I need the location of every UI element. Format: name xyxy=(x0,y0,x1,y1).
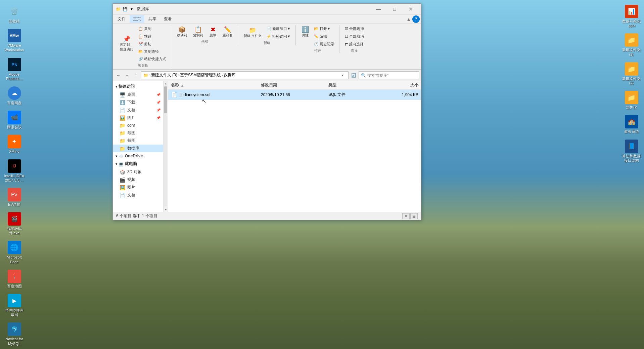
col-type-header[interactable]: 类型 xyxy=(328,82,373,88)
desktop-icon-recycle-bin[interactable]: 🗑️ 回收站 xyxy=(2,3,27,25)
open-button[interactable]: 📂 打开▼ xyxy=(312,25,336,32)
breadcrumb-part1[interactable]: 新建文件夹 (3) xyxy=(151,72,177,78)
invert-label: 反向选择 xyxy=(349,42,364,47)
desktop-icon-folder3[interactable]: 📁 新建文件夹(3) xyxy=(619,32,644,58)
detail-view-button[interactable]: ⊞ xyxy=(410,213,418,219)
file-list: 名称 ▲ 修改日期 类型 大小 📄 jiudiansystem.sql 2020… xyxy=(168,81,421,212)
sidebar-item-video[interactable]: 🎬 视频 xyxy=(113,176,163,184)
maximize-button[interactable]: □ xyxy=(387,4,402,14)
desktop-icon-intellij[interactable]: IJ IntelliJ IDEA2017.3.5 ... xyxy=(2,158,27,184)
onedrive-header[interactable]: ▾ ☁️ OneDrive xyxy=(113,152,163,160)
history-button[interactable]: 🕐 历史记录 xyxy=(312,41,336,48)
tencent-meeting-label: 腾讯会议 xyxy=(7,125,22,129)
desktop-icon-data-viz[interactable]: 📊 数据可视化.pptx xyxy=(619,3,644,29)
sidebar-item-database[interactable]: 📁 数据库 xyxy=(113,145,163,152)
desktop-icon-tencent-meeting[interactable]: 📹 腾讯会议 xyxy=(2,109,27,131)
desktop-icon-photoshop[interactable]: Ps AdobePhotosh... xyxy=(2,56,27,82)
sidebar: ▾ 快速访问 🖥️ 桌面 📌 ⬇️ 下载 📌 📄 xyxy=(113,81,164,212)
col-name-header[interactable]: 名称 ▲ xyxy=(171,82,261,88)
easy-access-button[interactable]: ⚡ 轻松访问▼ xyxy=(265,33,293,40)
copy-button[interactable]: 📋 复制 xyxy=(136,25,168,32)
desktop-icon-xmind[interactable]: ✦ XMind xyxy=(2,133,27,155)
breadcrumb-part3[interactable]: 数据库 xyxy=(224,72,236,78)
desktop-icon-algorithm[interactable]: 📘 算法和数据接口结构 xyxy=(619,138,644,164)
quick-access-header[interactable]: ▾ 快速访问 xyxy=(113,82,163,91)
copy-to-label: 复制到 xyxy=(193,33,203,38)
recycle-bin-icon: 🗑️ xyxy=(8,5,21,18)
back-button[interactable]: ← xyxy=(115,72,122,79)
select-none-icon: ☐ xyxy=(345,34,348,39)
search-input[interactable] xyxy=(367,73,417,77)
sidebar-item-download[interactable]: ⬇️ 下载 📌 xyxy=(113,99,163,106)
sidebar-item-3d[interactable]: 🎲 3D 对象 xyxy=(113,168,163,176)
sidebar-item-screenshot2[interactable]: 📁 截图 xyxy=(113,137,163,145)
paste-button[interactable]: 📋 粘贴 xyxy=(136,33,168,40)
cut-button[interactable]: ✂️ 剪切 xyxy=(136,41,168,48)
select-none-button[interactable]: ☐ 全部取消 xyxy=(343,33,366,40)
select-all-button[interactable]: ☑ 全部选择 xyxy=(343,25,366,32)
delete-button[interactable]: ✖ 删除 xyxy=(207,25,219,39)
new-item-button[interactable]: 📄 新建项目▼ xyxy=(265,25,293,32)
properties-button[interactable]: ℹ️ 属性 xyxy=(299,25,311,48)
forward-button[interactable]: → xyxy=(124,72,131,79)
sidebar-item-docs2[interactable]: 📄 文档 xyxy=(113,191,163,199)
menu-bar: 文件 主页 共享 查看 ▲ ? xyxy=(113,14,421,24)
desktop-icon-office-sys[interactable]: 🏫 教务系统 xyxy=(619,114,644,135)
close-button[interactable]: ✕ xyxy=(403,4,418,14)
address-dropdown-button[interactable]: ▾ xyxy=(339,72,346,79)
desktop-icon-baidu-map[interactable]: 📍 百度地图 xyxy=(2,268,27,290)
desktop-icon-baidu[interactable]: ☁ 百度网盘 xyxy=(2,85,27,107)
edit-button[interactable]: ✏️ 编辑 xyxy=(312,33,336,40)
pin-to-quick-access-button[interactable]: 📌 固定到快速访问 xyxy=(118,35,136,53)
file-row-sql[interactable]: 📄 jiudiansystem.sql 2020/5/10 21:56 SQL … xyxy=(168,90,421,100)
help-button[interactable]: ? xyxy=(412,15,420,23)
desktop-icon-bilibili[interactable]: ▶ 哔哩哔哩弹幕网 xyxy=(2,293,27,318)
sidebar-item-conf[interactable]: 📁 conf xyxy=(113,122,163,129)
minimize-button[interactable]: — xyxy=(371,4,386,14)
ribbon-toggle[interactable]: ▲ xyxy=(406,16,411,22)
refresh-button[interactable]: 🔄 xyxy=(350,72,357,79)
list-view-button[interactable]: ≡ xyxy=(402,213,410,219)
col-date-header[interactable]: 修改日期 xyxy=(261,82,328,88)
copy-path-button[interactable]: 📂 复制路径 xyxy=(136,48,168,55)
up-button[interactable]: ↑ xyxy=(132,72,140,79)
sidebar-item-screenshot1[interactable]: 📁 截图 xyxy=(113,129,163,137)
folder2-icon: 📁 xyxy=(625,62,638,76)
scroll-thumb[interactable] xyxy=(164,86,167,113)
rename-button[interactable]: ✏️ 重命名 xyxy=(220,25,235,39)
col-size-header[interactable]: 大小 xyxy=(373,82,418,88)
menu-view[interactable]: 查看 xyxy=(160,15,175,23)
video-icon: 🎬 xyxy=(8,212,21,226)
desktop-icon-ev[interactable]: EV EV录屏 xyxy=(2,187,27,208)
menu-file[interactable]: 文件 xyxy=(114,15,129,23)
desktop-icon-vmware[interactable]: VMw VMwareWorkstation xyxy=(2,28,27,53)
sort-icon: ▲ xyxy=(180,83,184,88)
breadcrumb-root[interactable]: 📁 xyxy=(143,73,148,78)
sidebar-item-pictures[interactable]: 🖼️ 图片 📌 xyxy=(113,114,163,122)
invert-select-button[interactable]: ⇄ 反向选择 xyxy=(343,41,366,48)
desktop-icon-edge[interactable]: 🌐 MicrosoftEdge xyxy=(2,239,27,265)
desktop-icon-monitor[interactable]: 📁 监护仪 xyxy=(619,89,644,111)
this-pc-header[interactable]: ▾ 💻 此电脑 xyxy=(113,160,163,168)
scroll-down-button[interactable]: ▼ xyxy=(164,207,168,212)
sidebar-item-pictures2[interactable]: 🖼️ 图片 xyxy=(113,184,163,191)
breadcrumb-part2[interactable]: 基于SSM酒店管理系统 xyxy=(180,72,221,78)
menu-home[interactable]: 主页 xyxy=(130,15,144,23)
sidebar-item-desktop[interactable]: 🖥️ 桌面 📌 xyxy=(113,91,163,99)
copy-to-button[interactable]: 📋 复制到 xyxy=(191,25,205,39)
sidebar-item-docs[interactable]: 📄 文档 📌 xyxy=(113,106,163,114)
history-label: 历史记录 xyxy=(320,42,334,47)
desktop-icon-navicat[interactable]: 🐬 Navicat forMySQL xyxy=(2,321,27,347)
dropdown-icon-title[interactable]: ▾ xyxy=(129,6,134,12)
desktop-icon-folder2[interactable]: 📁 新建文件夹(2) xyxy=(619,61,644,87)
pictures2-icon: 🖼️ xyxy=(120,185,125,190)
desktop-icon-video[interactable]: 🎬 视频转码件.exe xyxy=(2,211,27,237)
paste-shortcut-button[interactable]: 🔗 粘贴快捷方式 xyxy=(136,55,168,63)
new-folder-button[interactable]: 📁 新建 文件夹 xyxy=(241,26,264,40)
address-path[interactable]: 📁 › 新建文件夹 (3) › 基于SSM酒店管理系统 › 数据库 ▾ xyxy=(141,71,349,79)
menu-share[interactable]: 共享 xyxy=(145,15,160,23)
move-to-button[interactable]: 📦 移动到 xyxy=(175,25,189,39)
folder3-label: 新建文件夹(3) xyxy=(622,48,641,56)
recycle-bin-label: 回收站 xyxy=(9,19,20,24)
scroll-up-button[interactable]: ▲ xyxy=(164,81,168,86)
